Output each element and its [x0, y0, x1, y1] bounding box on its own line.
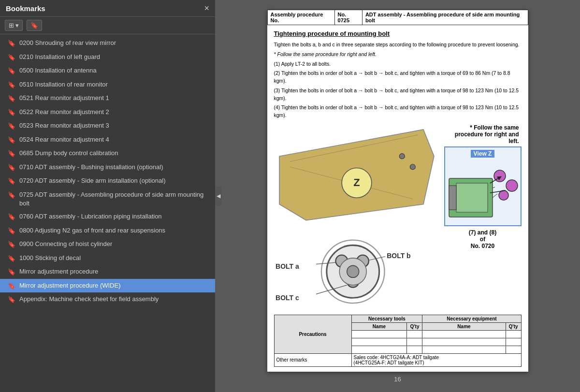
main-diagram: Z BOLT a BOLT b BOLT c	[274, 124, 439, 310]
bookmark-item[interactable]: 🔖0725 ADT assembly - Assembling procedur…	[0, 188, 215, 210]
bookmark-label: 0725 ADT assembly - Assembling procedure…	[19, 190, 209, 207]
tools-row2-name	[351, 338, 407, 346]
pdf-footer-table: Precautions Necessary tools Necessary eq…	[274, 315, 522, 367]
tools-qty-label: Q'ty	[407, 322, 422, 330]
bookmark-list: 🔖0200 Shrouding of rear view mirror🔖0210…	[0, 34, 215, 392]
pdf-header-col3: ADT assembly - Assembling procedure of s…	[362, 10, 528, 25]
equip-row2-name	[422, 338, 506, 346]
collapse-icon: ◀	[217, 193, 220, 199]
note1-text: * Follow the same procedure for right an…	[274, 51, 522, 58]
bookmark-item[interactable]: 🔖0510 Installation of rear monitor	[0, 78, 215, 92]
bookmark-label: 0760 ADT assembly - Lubrication piping i…	[19, 212, 209, 221]
tools-row1-name	[351, 330, 407, 338]
bookmark-icon: 🔖	[8, 39, 15, 48]
tools-row2-qty	[407, 338, 422, 346]
bookmark-icon: 🔖	[8, 295, 15, 304]
collapse-handle[interactable]: ◀	[215, 187, 222, 206]
bookmark-label: 0800 Adjusting N2 gas of front and rear …	[19, 226, 209, 235]
bookmark-label: 0522 Rear monitor adjustment 2	[19, 108, 209, 116]
bookmark-label: 0510 Installation of rear monitor	[19, 80, 209, 89]
bookmark-item[interactable]: 🔖Mirror adjustment procedure (WIDE)	[0, 279, 215, 293]
view-options-button[interactable]: ⊞ ▾	[5, 20, 23, 31]
bookmark-icon: 🔖	[8, 213, 15, 221]
page-number: 16	[394, 376, 401, 383]
bookmark-icon-button[interactable]: 🔖	[27, 20, 42, 31]
svg-point-5	[399, 153, 405, 159]
bookmark-item[interactable]: 🔖0800 Adjusting N2 gas of front and rear…	[0, 224, 215, 238]
bookmark-label: 0500 Installation of antenna	[19, 66, 209, 75]
section-title: Tightening procedure of mounting bolt	[274, 30, 522, 37]
bookmark-item[interactable]: 🔖0500 Installation of antenna	[0, 64, 215, 78]
bookmark-item[interactable]: 🔖0900 Connecting of hoist cylinder	[0, 237, 215, 251]
bookmark-item[interactable]: 🔖0710 ADT assembly - Bushing installatio…	[0, 160, 215, 174]
bookmark-icon: 🔖	[8, 163, 15, 172]
bookmark-item[interactable]: 🔖1000 Sticking of decal	[0, 251, 215, 265]
sales-code: Sales code: 4HCTG24A-A: ADT tailgate(4HC…	[351, 353, 521, 366]
svg-text:Z: Z	[353, 176, 360, 189]
close-button[interactable]: ×	[204, 4, 209, 13]
view-icon: ⊞	[9, 22, 14, 29]
bookmark-label: 1000 Sticking of decal	[19, 254, 209, 262]
view-z-svg	[447, 159, 519, 222]
bookmark-icon: 🔖	[8, 268, 15, 276]
bookmark-icon: 🔖	[8, 177, 15, 186]
bookmark-label: 0710 ADT assembly - Bushing installation…	[19, 163, 209, 172]
view-dropdown-arrow: ▾	[15, 22, 19, 29]
bookmark-item[interactable]: 🔖0521 Rear monitor adjustment 1	[0, 91, 215, 105]
bookmark-icon: 🔖	[8, 94, 15, 103]
bookmark-label: 0210 Installation of left guard	[19, 53, 209, 61]
svg-point-16	[347, 266, 359, 278]
bookmark-icon: 🔖	[8, 191, 15, 200]
bookmark-label: Mirror adjustment procedure (WIDE)	[19, 281, 209, 290]
bookmark-item[interactable]: 🔖Mirror adjustment procedure	[0, 265, 215, 279]
bolt-diagram-svg: BOLT a BOLT b BOLT c	[274, 232, 439, 307]
diagram-area: Z BOLT a BOLT b BOLT c	[274, 124, 522, 310]
svg-text:BOLT c: BOLT c	[276, 294, 299, 302]
pdf-page: Assembly procedure No. No. 0725 ADT asse…	[267, 10, 528, 372]
view-z-box: View Z	[444, 146, 522, 226]
equip-row1-name	[422, 330, 506, 338]
svg-point-23	[506, 180, 518, 191]
follow-note: * Follow the sameprocedure for right and…	[444, 124, 522, 145]
svg-point-24	[499, 190, 508, 200]
bookmark-label: 0523 Rear monitor adjustment 3	[19, 121, 209, 130]
equip-qty-label: Q'ty	[506, 322, 521, 330]
equip-name-label: Name	[422, 322, 506, 330]
bookmark-label: 0900 Connecting of hoist cylinder	[19, 240, 209, 248]
bookmark-item[interactable]: 🔖0523 Rear monitor adjustment 3	[0, 119, 215, 133]
svg-point-6	[410, 164, 415, 169]
view-z-label: View Z	[471, 150, 495, 158]
tools-label: Necessary tools	[351, 315, 422, 322]
sidebar-title: Bookmarks	[6, 4, 45, 13]
tools-row1-qty	[407, 330, 422, 338]
bookmark-icon: 🔖	[8, 108, 15, 117]
pdf-header-table: Assembly procedure No. No. 0725 ADT asse…	[267, 10, 528, 25]
bookmark-item[interactable]: 🔖0720 ADT assembly - Side arm installati…	[0, 174, 215, 188]
bookmark-item[interactable]: 🔖0760 ADT assembly - Lubrication piping …	[0, 210, 215, 224]
bookmark-icon: 🔖	[8, 53, 15, 62]
equipment-label: Necessary equipment	[422, 315, 521, 322]
svg-rect-21	[456, 183, 488, 212]
bookmark-item[interactable]: 🔖0685 Dump body control calibration	[0, 146, 215, 160]
bookmark-item[interactable]: 🔖Appendix: Machine check sheet for field…	[0, 292, 215, 306]
equip-row2-qty	[506, 338, 521, 346]
sidebar-header: Bookmarks ×	[0, 0, 215, 17]
sidebar: Bookmarks × ⊞ ▾ 🔖 🔖0200 Shrouding of rea…	[0, 0, 215, 392]
bookmark-label: 0200 Shrouding of rear view mirror	[19, 39, 209, 47]
equip-row3-name	[422, 346, 506, 353]
bookmark-icon: 🔖	[8, 254, 15, 263]
side-diagram: * Follow the sameprocedure for right and…	[444, 124, 522, 249]
bookmark-item[interactable]: 🔖0522 Rear monitor adjustment 2	[0, 105, 215, 119]
bookmark-item[interactable]: 🔖0524 Rear monitor adjustment 4	[0, 133, 215, 147]
bookmark-item[interactable]: 🔖0210 Installation of left guard	[0, 50, 215, 64]
equip-row3-qty	[506, 346, 521, 353]
precautions-label: Precautions	[274, 315, 351, 353]
bookmark-label: Appendix: Machine check sheet for field …	[19, 295, 209, 304]
bookmark-item[interactable]: 🔖0200 Shrouding of rear view mirror	[0, 36, 215, 50]
arm-diagram-svg: Z	[274, 124, 439, 231]
svg-text:BOLT b: BOLT b	[387, 252, 410, 260]
bookmark-icon: 🔖	[8, 282, 15, 290]
step3: (3) Tighten the bolts in order of bolt a…	[274, 87, 522, 102]
bookmark-label: Mirror adjustment procedure	[19, 267, 209, 276]
bookmark-icon: 🔖	[8, 136, 15, 145]
